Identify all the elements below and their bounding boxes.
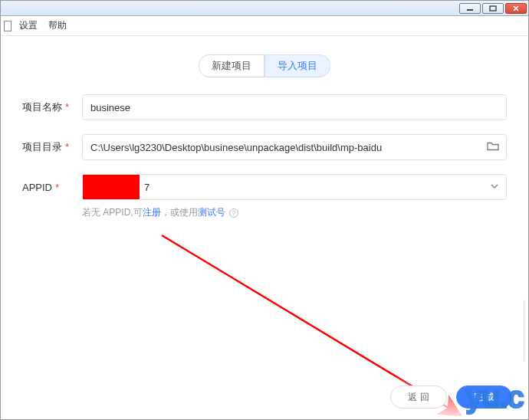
help-icon[interactable]: ?	[229, 208, 238, 218]
row-appid: APPID*	[22, 174, 507, 200]
tab-create-project[interactable]: 新建项目	[199, 54, 264, 77]
app-window: 设置 帮助 新建项目 导入项目 项目名称* 项目目录*	[0, 0, 529, 420]
redaction-block	[83, 175, 140, 199]
maximize-icon	[489, 5, 497, 11]
menu-bar: 设置 帮助	[1, 16, 528, 36]
close-button[interactable]	[505, 3, 527, 14]
truncated-menu-icon	[4, 21, 12, 31]
menu-settings[interactable]: 设置	[19, 19, 38, 32]
link-register[interactable]: 注册	[143, 207, 161, 218]
label-project-dir: 项目目录*	[22, 140, 82, 154]
input-project-name[interactable]	[82, 94, 507, 120]
tab-import-project[interactable]: 导入项目	[264, 54, 330, 77]
chevron-down-icon[interactable]	[490, 181, 499, 193]
browse-folder-icon[interactable]	[487, 141, 499, 154]
minimize-icon	[466, 5, 474, 11]
content-area: 新建项目 导入项目 项目名称* 项目目录* APPID	[1, 36, 528, 419]
menu-help[interactable]: 帮助	[48, 19, 67, 32]
link-test-id[interactable]: 测试号	[198, 207, 225, 218]
input-appid[interactable]	[82, 174, 507, 200]
svg-rect-0	[467, 9, 473, 11]
row-project-dir: 项目目录*	[22, 134, 507, 160]
minimize-button[interactable]	[459, 3, 481, 14]
label-appid: APPID*	[22, 182, 82, 193]
close-icon	[512, 5, 520, 11]
tab-row: 新建项目 导入项目	[22, 54, 507, 77]
back-button[interactable]: 返 回	[390, 386, 446, 409]
svg-rect-1	[490, 6, 496, 11]
window-titlebar	[1, 1, 528, 16]
appid-hint: 若无 APPID,可注册，或使用测试号 ?	[82, 206, 507, 219]
input-project-dir[interactable]	[82, 134, 507, 160]
label-project-name: 项目名称*	[22, 100, 82, 114]
row-project-name: 项目名称*	[22, 94, 507, 120]
done-button[interactable]: 完 成	[456, 386, 512, 409]
maximize-button[interactable]	[482, 3, 504, 14]
footer: 返 回 完 成	[2, 376, 527, 418]
side-stub	[524, 300, 528, 361]
